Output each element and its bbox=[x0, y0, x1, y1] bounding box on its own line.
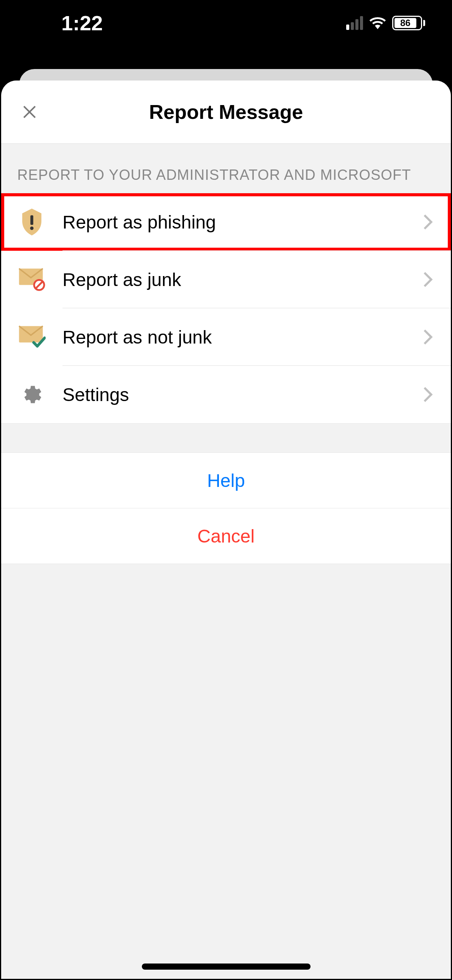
status-time: 1:22 bbox=[61, 11, 103, 35]
sheet-header: Report Message bbox=[1, 81, 451, 144]
svg-rect-2 bbox=[30, 215, 33, 225]
section-header: REPORT TO YOUR ADMINISTRATOR AND MICROSO… bbox=[1, 144, 451, 193]
help-button[interactable]: Help bbox=[1, 452, 451, 508]
item-label: Report as phishing bbox=[62, 212, 422, 233]
settings-item[interactable]: Settings bbox=[1, 366, 451, 423]
cancel-button[interactable]: Cancel bbox=[1, 508, 451, 564]
shield-warning-icon bbox=[16, 209, 47, 235]
close-button[interactable] bbox=[20, 103, 39, 121]
svg-point-3 bbox=[30, 227, 34, 230]
chevron-right-icon bbox=[422, 271, 434, 288]
help-label: Help bbox=[207, 470, 245, 491]
report-junk-item[interactable]: Report as junk bbox=[1, 251, 451, 308]
chevron-right-icon bbox=[422, 214, 434, 230]
item-label: Report as junk bbox=[62, 269, 422, 290]
sheet-title: Report Message bbox=[20, 100, 432, 123]
cellular-signal-icon bbox=[346, 16, 363, 30]
battery-indicator: 86 bbox=[392, 16, 425, 30]
chevron-right-icon bbox=[422, 386, 434, 403]
mail-check-icon bbox=[16, 324, 47, 350]
status-indicators: 86 bbox=[346, 16, 425, 30]
mail-block-icon bbox=[16, 266, 47, 293]
status-bar: 1:22 86 bbox=[0, 0, 452, 46]
report-sheet: Report Message REPORT TO YOUR ADMINISTRA… bbox=[1, 81, 451, 979]
item-label: Settings bbox=[62, 384, 422, 405]
chevron-right-icon bbox=[422, 329, 434, 345]
cancel-label: Cancel bbox=[197, 526, 255, 547]
wifi-icon bbox=[369, 17, 386, 29]
battery-level: 86 bbox=[394, 18, 416, 28]
report-not-junk-item[interactable]: Report as not junk bbox=[1, 308, 451, 366]
close-icon bbox=[21, 104, 38, 120]
gear-icon bbox=[16, 381, 47, 408]
report-options-list: Report as phishing Report as junk bbox=[1, 193, 451, 424]
item-label: Report as not junk bbox=[62, 327, 422, 348]
home-indicator[interactable] bbox=[142, 964, 311, 970]
report-phishing-item[interactable]: Report as phishing bbox=[1, 193, 451, 251]
